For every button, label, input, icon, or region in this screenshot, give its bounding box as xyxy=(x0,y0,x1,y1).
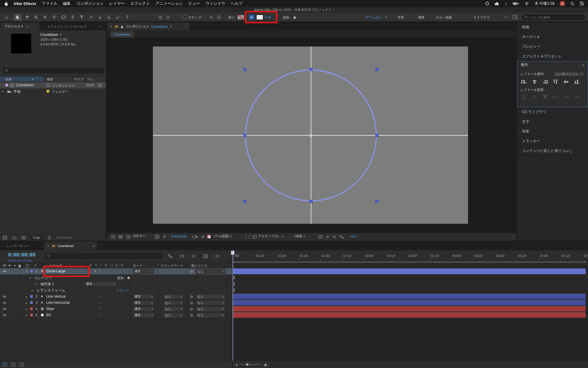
pickwhip-icon[interactable]: ◎ xyxy=(190,269,193,273)
distribute-v-center-button[interactable] xyxy=(531,94,538,100)
wifi-icon[interactable] xyxy=(524,2,529,5)
resolution-dropdown[interactable]: (フル画質) ▾ xyxy=(214,234,232,238)
workspace-standard[interactable]: 標準 xyxy=(418,15,425,20)
expander-icon[interactable]: ▸ xyxy=(26,301,27,304)
align-target-dropdown[interactable]: コンポジション ▾ xyxy=(554,72,584,77)
bit-depth-button[interactable]: 8 bpc xyxy=(31,236,43,240)
rotation-tool-icon[interactable]: ↻ xyxy=(41,14,49,21)
timeline-current-time[interactable]: 0:00:00:00 xyxy=(8,252,36,258)
eye-icon[interactable] xyxy=(2,301,7,304)
project-row-solids-folder[interactable]: ▸ 平面 フォルダー xyxy=(0,88,106,95)
work-area-bar[interactable] xyxy=(233,261,586,263)
grid-guides-icon[interactable] xyxy=(153,233,161,240)
snapshot-camera-icon[interactable] xyxy=(191,233,198,240)
menu-animation[interactable]: アニメーション xyxy=(156,1,183,6)
fast-previews-icon[interactable] xyxy=(324,233,331,240)
add-shape-property-icon[interactable]: ◉ xyxy=(293,15,296,19)
view-layout-dropdown[interactable]: 1画面 ▾ xyxy=(294,234,305,238)
track-matte-dropdown[interactable]: なし▾ xyxy=(163,300,183,305)
layer-row-line-horizontal[interactable]: ▸ 3 ★ Line-Horizontal \ 通常▾ なし▾ ◎ なし▾ xyxy=(0,300,232,306)
eye-icon[interactable] xyxy=(2,270,7,273)
clone-stamp-tool-icon[interactable] xyxy=(96,14,103,21)
quality-switch[interactable]: \ xyxy=(100,295,101,298)
fill-swatch[interactable] xyxy=(237,15,244,20)
workspace-small-screen[interactable]: 小さい画面 xyxy=(436,15,452,20)
blend-mode-dropdown[interactable]: 通常▾ xyxy=(133,300,154,305)
pickwhip-icon[interactable]: ◎ xyxy=(190,294,193,299)
track-matte-dropdown[interactable]: なし▾ xyxy=(163,294,183,299)
expand-transfer-controls-icon[interactable] xyxy=(11,363,15,366)
zoom-level-dropdown[interactable]: 100 % ▾ xyxy=(133,234,145,238)
distribute-right-button[interactable] xyxy=(573,94,581,100)
new-composition-icon[interactable] xyxy=(22,236,26,239)
align-v-center-button[interactable] xyxy=(562,79,570,85)
distribute-h-center-button[interactable] xyxy=(562,94,570,100)
pen-tool-icon[interactable] xyxy=(69,14,76,21)
pan-behind-tool-icon[interactable] xyxy=(51,14,58,21)
menubar-clock[interactable]: 木 午後2:28 xyxy=(534,1,554,6)
magnification-grid-icon[interactable] xyxy=(117,233,124,240)
selection-handle[interactable] xyxy=(310,200,313,203)
layer-bar-circle-large[interactable] xyxy=(233,268,586,274)
timeline-zoom-slider[interactable] xyxy=(240,363,261,366)
viewer-current-time[interactable]: 0:00:00:00 xyxy=(171,235,186,238)
composition-mini-flowchart-icon[interactable] xyxy=(166,253,174,259)
align-left-button[interactable] xyxy=(520,79,528,85)
panel-menu-icon[interactable]: ≡ xyxy=(93,244,95,248)
workspace-overflow-chevron[interactable]: » xyxy=(505,15,507,19)
layer-row-bg[interactable]: ▸ 5 BG \ 通常▾ なし▾ ◎ なし▾ xyxy=(0,312,232,318)
help-search-field[interactable] xyxy=(522,14,585,20)
show-snapshot-icon[interactable] xyxy=(199,233,207,240)
timeline-button-icon[interactable] xyxy=(331,233,338,240)
active-camera-dropdown[interactable]: アクティブカ... ▾ xyxy=(258,234,283,238)
panel-menu-icon[interactable]: ≡ xyxy=(582,63,584,67)
column-header-size[interactable]: サイズ xyxy=(74,77,84,82)
property-row-ellipse[interactable]: ▸ 楕円形 1 通常▾ xyxy=(0,281,232,287)
menu-layer[interactable]: レイヤー xyxy=(109,1,125,6)
timeline-ruler[interactable]: :00f 00:12f 01:00f 01:12f 02:00f 02:12f … xyxy=(233,250,588,261)
tab-composition-viewer[interactable]: × コンポジション Countdown ≡ xyxy=(107,22,189,30)
viewer-subtab-countdown[interactable]: Countdown xyxy=(111,31,134,38)
quality-switch[interactable]: \ xyxy=(100,307,101,310)
menu-window[interactable]: ウィンドウ xyxy=(206,1,225,6)
channel-display-icon[interactable] xyxy=(207,235,211,238)
selection-handle[interactable] xyxy=(243,68,246,71)
snap-checkbox[interactable] xyxy=(183,15,186,19)
lock-icon[interactable] xyxy=(121,25,123,28)
panel-tab-audio[interactable]: オーディオ xyxy=(517,32,588,42)
quality-switch[interactable]: \ xyxy=(100,269,101,273)
pickwhip-icon[interactable]: ◎ xyxy=(190,307,193,311)
menu-app[interactable]: After Effects xyxy=(14,1,36,6)
label-column-icon[interactable] xyxy=(26,264,29,267)
expander-icon[interactable]: ▸ xyxy=(26,295,27,298)
parent-dropdown[interactable]: なし▾ xyxy=(196,313,225,318)
layer-row-wipe[interactable]: ▸ 4 Wipe \ 通常▾ なし▾ ◎ なし▾ xyxy=(0,306,232,312)
layer-name[interactable]: Wipe xyxy=(46,307,54,311)
blend-mode-dropdown[interactable]: 通常▾ xyxy=(133,294,154,299)
eye-icon[interactable] xyxy=(2,314,7,316)
fill-label[interactable]: 塗り: xyxy=(228,15,235,20)
parent-dropdown[interactable]: なし▾ xyxy=(196,306,225,311)
always-preview-icon[interactable] xyxy=(109,233,117,240)
roto-brush-tool-icon[interactable] xyxy=(114,14,122,21)
expander-icon[interactable]: ▸ xyxy=(26,314,27,317)
quality-switch[interactable]: \ xyxy=(100,313,101,316)
tab-project[interactable]: プロジェクト ≡ xyxy=(1,22,39,30)
workspace-panel-icon[interactable] xyxy=(513,15,517,19)
cloud-icon[interactable] xyxy=(495,2,500,5)
blend-mode-dropdown[interactable]: 通常▾ xyxy=(133,313,154,318)
layer-name[interactable]: Line-Vertical xyxy=(46,294,66,299)
brush-tool-icon[interactable] xyxy=(87,14,94,21)
track-matte-column[interactable]: トラックマット xyxy=(161,263,184,268)
distribute-bottom-button[interactable] xyxy=(541,94,549,100)
snap-option-icon-1[interactable] xyxy=(208,14,215,21)
project-row-countdown[interactable]: Countdown コンポジション 23.97 xyxy=(0,82,106,88)
menu-composition[interactable]: コンポジション xyxy=(76,1,104,6)
parent-dropdown[interactable]: なし▾ xyxy=(196,300,225,305)
layer-color-chip[interactable] xyxy=(30,270,33,273)
draft-3d-icon[interactable] xyxy=(178,253,186,259)
distribute-left-button[interactable] xyxy=(552,94,559,100)
zoom-tool-icon[interactable] xyxy=(32,14,40,21)
bluetooth-icon[interactable]: ᛒ xyxy=(505,2,507,5)
interpret-footage-icon[interactable] xyxy=(3,236,7,239)
